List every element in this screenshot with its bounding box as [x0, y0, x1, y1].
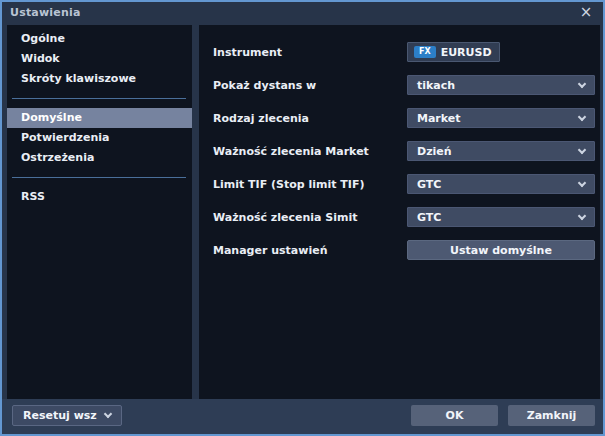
footer-bar: Resetuj wsz OK Zamknij [2, 399, 603, 434]
waznosc-zlecenia-simit-dropdown[interactable]: GTC [407, 207, 595, 227]
field-control: GTC [407, 174, 595, 194]
field-control: GTC [407, 207, 595, 227]
field-control: tikach [407, 75, 595, 95]
dropdown-value: Market [417, 112, 461, 125]
window-title: Ustawienia [10, 6, 81, 19]
ustaw-domyslne-button[interactable]: Ustaw domyślne [407, 240, 595, 260]
dropdown-value: Dzień [417, 145, 452, 158]
sidebar-item-widok[interactable]: Widok [7, 49, 192, 69]
sidebar-item-ostrzezenia[interactable]: Ostrzeżenia [7, 148, 192, 168]
form-row-pokaz-dystans-w: Pokaż dystans wtikach [213, 75, 600, 95]
field-control: Ustaw domyślne [407, 240, 595, 260]
field-label: Instrument [213, 46, 282, 59]
form-row-waznosc-zlecenia-simit: Ważność zlecenia SimitGTC [213, 207, 600, 227]
form-row-limit-tif-stop-limit-tif: Limit TIF (Stop limit TIF)GTC [213, 174, 600, 194]
sidebar-item-domyslne[interactable]: Domyślne [7, 108, 192, 128]
reset-all-button[interactable]: Resetuj wsz [12, 405, 122, 426]
field-label: Rodzaj zlecenia [213, 112, 309, 125]
close-icon[interactable]: × [577, 5, 595, 20]
rodzaj-zlecenia-dropdown[interactable]: Market [407, 108, 595, 128]
form-row-manager-ustawien: Manager ustawieńUstaw domyślne [213, 240, 600, 260]
chevron-down-icon [578, 178, 586, 186]
sidebar-item-rss[interactable]: RSS [7, 187, 192, 207]
chevron-down-icon [578, 79, 586, 87]
field-control: FXEURUSD [407, 42, 595, 62]
dropdown-value: tikach [417, 79, 455, 92]
sidebar-item-ogolne[interactable]: Ogólne [7, 29, 192, 49]
instrument-field[interactable]: FXEURUSD [407, 42, 500, 62]
instrument-value: EURUSD [441, 46, 492, 59]
chevron-down-icon [104, 410, 112, 418]
settings-form-panel: InstrumentFXEURUSDPokaż dystans wtikachR… [199, 25, 600, 401]
waznosc-zlecenia-market-dropdown[interactable]: Dzień [407, 141, 595, 161]
fx-badge: FX [414, 46, 436, 58]
form-row-waznosc-zlecenia-market: Ważność zlecenia MarketDzień [213, 141, 600, 161]
field-control: Dzień [407, 141, 595, 161]
sidebar-item-skroty-klawiszowe[interactable]: Skróty klawiszowe [7, 69, 192, 89]
reset-all-label: Resetuj wsz [23, 409, 97, 422]
field-label: Limit TIF (Stop limit TIF) [213, 178, 365, 191]
field-label: Pokaż dystans w [213, 79, 316, 92]
titlebar: Ustawienia × [2, 2, 603, 23]
sidebar-item-potwierdzenia[interactable]: Potwierdzenia [7, 128, 192, 148]
chevron-down-icon [578, 211, 586, 219]
settings-window: Ustawienia × OgólneWidokSkróty klawiszow… [0, 0, 605, 436]
sidebar-divider [12, 177, 186, 178]
chevron-down-icon [578, 145, 586, 153]
content-area: OgólneWidokSkróty klawiszoweDomyślnePotw… [2, 25, 603, 401]
form-row-instrument: InstrumentFXEURUSD [213, 42, 600, 62]
dropdown-value: GTC [417, 178, 441, 191]
pokaz-dystans-w-dropdown[interactable]: tikach [407, 75, 595, 95]
sidebar-divider [12, 98, 186, 99]
field-label: Ważność zlecenia Simit [213, 211, 358, 224]
chevron-down-icon [578, 112, 586, 120]
form-row-rodzaj-zlecenia: Rodzaj zleceniaMarket [213, 108, 600, 128]
ok-button[interactable]: OK [411, 405, 498, 426]
field-control: Market [407, 108, 595, 128]
close-button[interactable]: Zamknij [508, 405, 595, 426]
limit-tif-stop-limit-tif-dropdown[interactable]: GTC [407, 174, 595, 194]
dropdown-value: GTC [417, 211, 441, 224]
field-label: Manager ustawień [213, 244, 328, 257]
sidebar: OgólneWidokSkróty klawiszoweDomyślnePotw… [7, 25, 192, 401]
field-label: Ważność zlecenia Market [213, 145, 369, 158]
